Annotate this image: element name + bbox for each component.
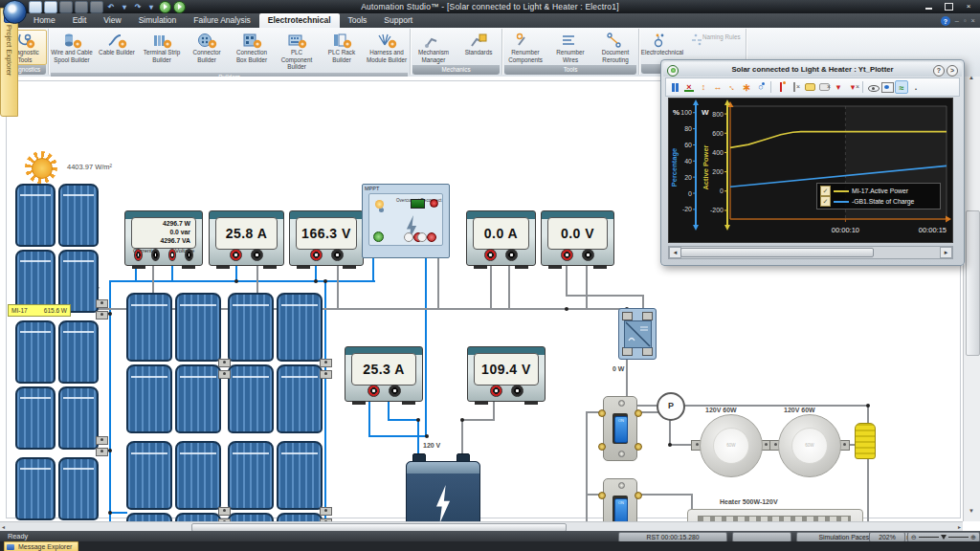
print-icon[interactable] <box>90 1 103 13</box>
battery[interactable] <box>406 461 480 521</box>
terminal-red-icon[interactable] <box>368 385 380 397</box>
terminal-red-icon[interactable] <box>134 249 143 261</box>
zoom-fit-icon[interactable]: ∗ <box>740 80 753 94</box>
battery-ammeter[interactable]: 25.3 A <box>345 346 423 402</box>
sun-icon[interactable] <box>25 151 57 184</box>
project-explorer-tab[interactable]: Project Explorer <box>0 8 18 117</box>
menu-tab-tools[interactable]: Tools <box>340 13 376 28</box>
wall-switch[interactable]: ON <box>603 478 637 521</box>
undo-icon[interactable]: ↶ <box>105 2 117 12</box>
terminal-black-icon[interactable] <box>582 249 594 261</box>
remove-cursor-icon[interactable]: ▾× <box>846 80 859 94</box>
show-all-curves-icon[interactable] <box>880 80 894 94</box>
ribbon-button-cable-builder[interactable]: Cable Builder <box>95 30 139 58</box>
wall-switch[interactable]: ON <box>603 396 637 461</box>
ribbon-button-renumber-components[interactable]: Renumber Components <box>503 30 547 65</box>
project-explorer-icon[interactable] <box>44 1 57 13</box>
save-icon[interactable] <box>75 1 88 13</box>
solar-array[interactable] <box>126 293 224 436</box>
terminal-red-icon[interactable] <box>484 249 497 261</box>
doc-restore-icon[interactable]: ▫ <box>964 15 967 26</box>
menu-tab-view[interactable]: View <box>95 13 129 28</box>
menu-tab-simulation[interactable]: Simulation <box>130 13 186 28</box>
zoom-in-icon[interactable]: ⊕ <box>970 533 976 541</box>
menu-tab-home[interactable]: Home <box>25 13 64 28</box>
terminal-red-icon[interactable] <box>168 249 177 261</box>
ribbon-button-connector-builder[interactable]: Connector Builder <box>185 30 229 65</box>
ribbon-button-plc-component-builder[interactable]: PLC Component Builder <box>275 30 319 73</box>
doc-close-icon[interactable]: × <box>971 15 975 26</box>
zoom-horizontal-icon[interactable]: ↔ <box>711 80 724 94</box>
simulation-run-icon[interactable] <box>159 1 171 13</box>
plotter-expand-icon[interactable]: > <box>947 65 958 77</box>
ac-voltmeter[interactable]: 0.0 V <box>541 210 614 266</box>
battery-voltmeter[interactable]: 109.4 V <box>467 346 546 402</box>
ribbon-button-renumber-wires[interactable]: Renumber Wires <box>548 30 592 65</box>
ac-ammeter[interactable]: 0.0 A <box>466 210 536 266</box>
vertical-scrollbar[interactable]: ▲ ▼ <box>963 77 980 521</box>
power-probe[interactable]: P <box>657 392 685 421</box>
solar-array[interactable] <box>228 441 325 521</box>
solar-array[interactable] <box>126 441 224 521</box>
ribbon-button-harness-and-module-builder[interactable]: Harness and Module Builder <box>365 30 409 65</box>
terminal-red-icon[interactable] <box>310 249 323 261</box>
add-marker-icon[interactable] <box>774 80 788 94</box>
legend-checkbox[interactable]: ✓ <box>820 186 831 196</box>
redo-dropdown-icon[interactable]: ▾ <box>145 2 157 12</box>
ribbon-button-wire-and-cable-spool-builder[interactable]: Wire and Cable Spool Builder <box>50 30 94 65</box>
redo-icon[interactable]: ↷ <box>132 2 144 12</box>
terminal-black-icon[interactable] <box>505 249 518 261</box>
minimize-icon[interactable] <box>923 2 934 11</box>
undo-dropdown-icon[interactable]: ▾ <box>119 2 130 12</box>
scroll-right-icon[interactable]: ▸ <box>958 523 961 531</box>
pause-icon[interactable] <box>668 80 681 94</box>
scroll-up-icon[interactable]: ▲ <box>969 75 974 80</box>
pv-power-meter[interactable]: 4296.7 W 0.0 var 4296.7 VA Current Volta… <box>124 210 203 266</box>
terminal-red-icon[interactable] <box>490 385 502 397</box>
plotter-window[interactable]: Solar connected to Light & Heater : Yt_P… <box>660 59 965 266</box>
app-logo-icon[interactable] <box>3 0 27 24</box>
ribbon-button-plc-rack-builder[interactable]: PLC Rack Builder <box>320 30 364 65</box>
menu-tab-edit[interactable]: Edit <box>64 13 96 28</box>
solar-array[interactable] <box>228 293 325 436</box>
open-project-icon[interactable] <box>29 1 42 13</box>
terminal-red-icon[interactable] <box>561 249 573 261</box>
terminal-black-icon[interactable] <box>251 249 263 261</box>
ribbon-button-connection-box-builder[interactable]: Connection Box Builder <box>230 30 274 65</box>
remove-annotation-icon[interactable]: × <box>817 80 831 94</box>
plotter-chart[interactable]: %Percentage100806040200-20WActive Power8… <box>668 98 953 243</box>
switch-toggle[interactable]: ON <box>614 498 628 521</box>
remove-marker-icon[interactable]: × <box>789 80 802 94</box>
plotter-power-icon[interactable] <box>667 65 679 77</box>
zoom-out-icon[interactable]: ⊖ <box>911 533 917 541</box>
simulation-stop-icon[interactable] <box>173 1 186 13</box>
scroll-right-icon[interactable]: ▸ <box>940 247 952 258</box>
menu-tab-support[interactable]: Support <box>375 13 421 28</box>
zoom-vertical-icon[interactable]: ↕ <box>697 80 710 94</box>
zoom-slider-handle[interactable] <box>941 535 947 540</box>
message-explorer-tab[interactable]: Message Explorer <box>4 541 78 551</box>
curve-visibility-icon[interactable] <box>866 80 880 94</box>
ribbon-button-document-rerouting[interactable]: Document Rerouting <box>593 30 637 65</box>
terminal-black-icon[interactable] <box>389 385 401 397</box>
baseboard-heater[interactable] <box>687 509 863 521</box>
restore-icon[interactable] <box>943 2 954 11</box>
terminal-red-icon[interactable] <box>230 249 242 261</box>
scrollbar-thumb[interactable] <box>966 210 980 356</box>
menu-tab-electrotechnical[interactable]: Electrotechnical <box>259 13 340 28</box>
mppt-controller[interactable]: MPPT Overcurrent Reconnect <box>362 184 450 258</box>
measure-angle-icon[interactable]: ○ <box>754 80 768 94</box>
solar-array[interactable] <box>15 184 101 316</box>
help-icon[interactable]: ? <box>941 16 950 26</box>
inverter[interactable] <box>618 308 657 360</box>
pv-ammeter[interactable]: 25.8 A <box>209 210 284 266</box>
ribbon-button-electrotechnical[interactable]: Electrotechnical <box>640 30 684 58</box>
terminal-black-icon[interactable] <box>151 249 160 261</box>
mppt-start-button[interactable] <box>373 231 384 242</box>
indicator-lamp[interactable] <box>855 423 876 459</box>
close-icon[interactable]: × <box>963 2 974 11</box>
scrollbar-thumb[interactable] <box>680 248 874 257</box>
plotter-scrollbar[interactable]: ◂ ▸ <box>668 246 953 259</box>
scroll-down-icon[interactable]: ▼ <box>969 508 974 514</box>
terminal-black-icon[interactable] <box>185 249 193 261</box>
